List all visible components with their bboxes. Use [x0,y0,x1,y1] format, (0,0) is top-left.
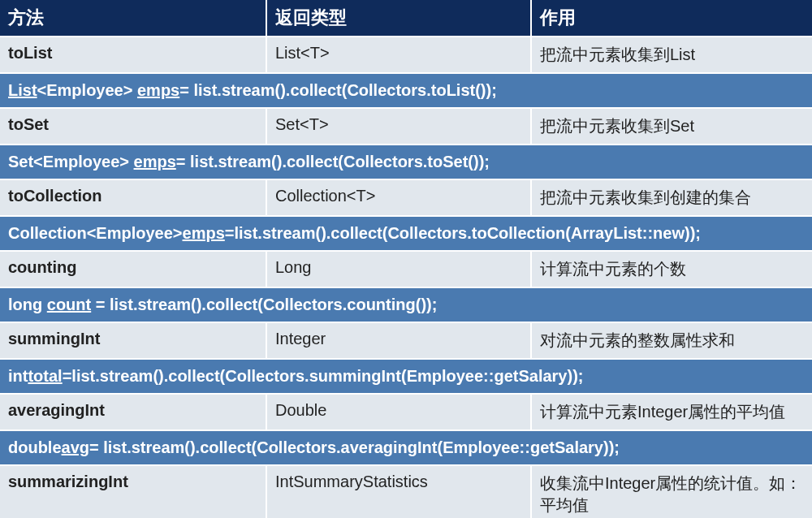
code-text: int [8,367,28,385]
description-cell: 计算流中元素的个数 [531,251,812,287]
return-type-cell: Double [266,394,531,430]
return-type-cell: IntSummaryStatistics [266,465,531,518]
code-text: = list.stream().collect(Collectors.avera… [89,438,620,456]
code-variable: count [47,296,91,313]
method-name-cell: toCollection [0,179,266,216]
code-text: = list.stream().collect(Collectors.count… [91,296,437,313]
table-header-cell: 作用 [531,0,812,37]
table-row: toCollectionCollection<T>把流中元素收集到创建的集合 [0,179,812,216]
code-text: <Employee> [37,81,137,99]
code-variable: emps [137,81,179,99]
return-type-cell: Long [266,251,531,287]
description-cell: 对流中元素的整数属性求和 [531,322,812,359]
code-example-row: long count = list.stream().collect(Colle… [0,287,812,322]
code-variable: emps [183,224,225,242]
code-text: double [8,438,62,456]
table-header-cell: 方法 [0,0,266,37]
table-row: summarizingIntIntSummaryStatistics收集流中In… [0,465,812,518]
code-text: long [8,296,47,313]
table-header-row: 方法返回类型作用 [0,0,812,37]
method-name-cell: toList [0,37,266,73]
code-example-cell: Collection<Employee>emps=list.stream().c… [0,216,812,251]
return-type-cell: Set<T> [266,108,531,145]
description-cell: 把流中元素收集到创建的集合 [531,179,812,216]
code-example-row: doubleavg= list.stream().collect(Collect… [0,430,812,465]
code-example-row: List<Employee> emps= list.stream().colle… [0,73,812,108]
table-header-cell: 返回类型 [266,0,531,37]
method-name-cell: toSet [0,108,266,145]
code-text: = list.stream().collect(Collectors.toLis… [179,81,497,99]
code-text: =list.stream().collect(Collectors.toColl… [225,224,701,242]
code-example-cell: doubleavg= list.stream().collect(Collect… [0,430,812,465]
return-type-cell: List<T> [266,37,531,73]
description-cell: 把流中元素收集到List [531,37,812,73]
code-example-cell: inttotal=list.stream().collect(Collector… [0,359,812,394]
code-example-row: Set<Employee> emps= list.stream().collec… [0,145,812,179]
code-example-row: Collection<Employee>emps=list.stream().c… [0,216,812,251]
code-example-cell: Set<Employee> emps= list.stream().collec… [0,145,812,179]
description-cell: 收集流中Integer属性的统计值。如：平均值 [531,465,812,518]
code-text: Set<Employee> [8,153,134,171]
code-variable: avg [62,438,89,456]
code-text: =list.stream().collect(Collectors.summin… [63,367,584,385]
table-row: toListList<T>把流中元素收集到List [0,37,812,73]
return-type-cell: Integer [266,322,531,359]
method-name-cell: summingInt [0,322,266,359]
table-row: countingLong计算流中元素的个数 [0,251,812,287]
code-variable: List [8,81,37,99]
code-variable: total [28,367,62,385]
table-row: toSetSet<T>把流中元素收集到Set [0,108,812,145]
collectors-table: 方法返回类型作用toListList<T>把流中元素收集到ListList<Em… [0,0,812,518]
method-name-cell: summarizingInt [0,465,266,518]
code-text: = list.stream().collect(Collectors.toSet… [176,153,490,171]
code-example-row: inttotal=list.stream().collect(Collector… [0,359,812,394]
code-variable: emps [134,153,176,171]
table-row: summingIntInteger对流中元素的整数属性求和 [0,322,812,359]
method-name-cell: averagingInt [0,394,266,430]
code-example-cell: List<Employee> emps= list.stream().colle… [0,73,812,108]
return-type-cell: Collection<T> [266,179,531,216]
method-name-cell: counting [0,251,266,287]
description-cell: 计算流中元素Integer属性的平均值 [531,394,812,430]
code-example-cell: long count = list.stream().collect(Colle… [0,287,812,322]
code-text: Collection<Employee> [8,224,183,242]
table-row: averagingIntDouble计算流中元素Integer属性的平均值 [0,394,812,430]
description-cell: 把流中元素收集到Set [531,108,812,145]
